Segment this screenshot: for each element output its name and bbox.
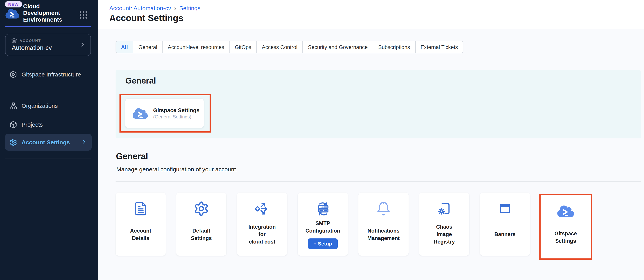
card-title: Gitspace Settings (153, 107, 200, 113)
section-divider (116, 181, 641, 182)
tab-all[interactable]: All (116, 41, 133, 53)
breadcrumb-chevron-icon: › (174, 5, 176, 11)
app-grid-icon[interactable] (79, 11, 88, 19)
breadcrumb-settings-link[interactable]: Settings (179, 5, 200, 11)
sidebar-divider (5, 158, 91, 158)
section-heading: General (125, 76, 156, 86)
tab-subscriptions[interactable]: Subscriptions (373, 41, 415, 53)
sidebar-item-projects[interactable]: Projects (5, 116, 92, 133)
account-scope-label: ACCOUNT (20, 39, 41, 43)
gitspace-settings-card[interactable]: Gitspace Settings (General Settings) (125, 99, 204, 128)
registry-gear-icon (436, 201, 452, 216)
tab-external-tickets[interactable]: External Tickets (415, 41, 463, 53)
notifications-management-card[interactable]: Notifications Management (358, 193, 408, 256)
layers-icon (11, 38, 17, 44)
sidebar-item-label: Gitspace Infrastructure (22, 71, 81, 78)
card-label: Chaos Image Registry (434, 223, 455, 245)
cloud-cost-integration-card[interactable]: Integration for cloud cost (237, 193, 287, 256)
main-content: Account: Automation-cv › Settings Accoun… (98, 0, 644, 280)
product-title: Cloud Development Environments (23, 3, 64, 23)
card-label: SMTP Configuration (306, 220, 340, 234)
general-section-heading: General (116, 151, 148, 162)
card-label: Banners (494, 231, 516, 238)
sidebar-item-label: Organizations (22, 102, 58, 109)
account-scope-selector[interactable]: ACCOUNT Automation-cv (5, 34, 91, 56)
general-section-description: Manage general configuration of your acc… (116, 166, 238, 173)
gitspace-cloud-icon (132, 107, 148, 119)
account-name: Automation-cv (12, 44, 52, 51)
sidebar-divider (5, 92, 91, 92)
settings-tabbar: All General Account-level resources GitO… (116, 41, 464, 53)
banners-card[interactable]: Banners (480, 193, 530, 256)
breadcrumb: Account: Automation-cv › Settings (109, 5, 200, 11)
banner-window-icon (498, 201, 512, 216)
tab-access-control[interactable]: Access Control (256, 41, 302, 53)
hexagon-target-icon (10, 70, 17, 78)
smtp-configuration-card[interactable]: SMTP Configuration + Setup (298, 193, 348, 256)
cube-icon (10, 121, 17, 128)
bell-icon (376, 201, 391, 216)
card-label: Default Settings (191, 227, 212, 242)
sidebar-item-account-settings[interactable]: Account Settings (5, 134, 92, 151)
account-details-card[interactable]: Account Details (116, 193, 166, 256)
chevron-right-icon (80, 42, 86, 48)
chevron-right-icon (81, 139, 87, 145)
app-root: NEW Cloud Development Environments (0, 0, 644, 280)
page-header: Account: Automation-cv › Settings Accoun… (98, 0, 644, 30)
breadcrumb-account-link[interactable]: Account: Automation-cv (109, 5, 171, 11)
card-label: Notifications Management (367, 227, 400, 242)
document-icon (133, 201, 148, 216)
chaos-image-registry-card[interactable]: Chaos Image Registry (419, 193, 469, 256)
annotation-box: Gitspace Settings (540, 194, 592, 260)
sidebar-item-label: Projects (22, 121, 43, 128)
org-chart-icon (10, 102, 17, 110)
page-title: Account Settings (109, 13, 183, 24)
card-label: Account Details (130, 227, 151, 242)
tab-general[interactable]: General (133, 41, 162, 53)
highlighted-general-section: General Gitspace Settings (General Setti… (116, 70, 641, 138)
gear-icon (194, 201, 209, 216)
smtp-server-sync-icon (314, 200, 331, 217)
smtp-setup-button[interactable]: + Setup (308, 238, 338, 249)
tab-gitops[interactable]: GitOps (229, 41, 256, 53)
card-label: Integration for cloud cost (248, 223, 276, 245)
sidebar-item-organizations[interactable]: Organizations (5, 97, 92, 114)
sidebar-item-gitspace-infrastructure[interactable]: Gitspace Infrastructure (5, 66, 92, 83)
gitspace-settings-card-bottom[interactable]: Gitspace Settings (540, 195, 591, 258)
settings-cards-row: Account Details Default Settings (116, 193, 591, 256)
sidebar: NEW Cloud Development Environments (0, 0, 98, 280)
tab-security-and-governance[interactable]: Security and Governance (302, 41, 373, 53)
cde-logo-cloud-icon (5, 8, 20, 19)
new-badge: NEW (5, 1, 22, 8)
default-settings-card[interactable]: Default Settings (176, 193, 226, 256)
card-subtitle: (General Settings) (153, 114, 200, 120)
gear-icon (10, 138, 17, 146)
card-label: Gitspace Settings (554, 230, 577, 244)
tab-account-level-resources[interactable]: Account-level resources (162, 41, 229, 53)
sidebar-item-label: Account Settings (22, 139, 70, 145)
brand-underline (5, 26, 91, 27)
gitspace-cloud-icon (557, 205, 574, 218)
integration-arrows-icon (254, 200, 270, 217)
